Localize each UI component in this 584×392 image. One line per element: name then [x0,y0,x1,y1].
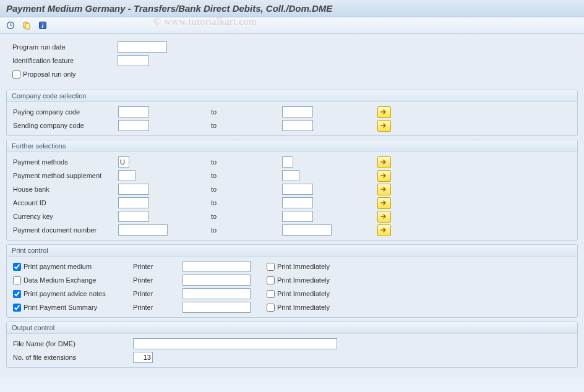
printer-input-3[interactable] [182,302,251,313]
multi-select-icon[interactable] [377,197,391,209]
payment-method-supplement-label: Payment method supplement [9,172,118,179]
to-label: to [211,108,282,116]
multi-select-icon[interactable] [377,211,391,223]
sending-company-code-label: Sending company code [9,122,118,129]
multi-select-icon[interactable] [377,106,391,118]
group-further-selections-header: Further selections [7,140,577,152]
sending-company-code-from-input[interactable] [118,120,149,131]
proposal-run-checkbox[interactable] [12,70,20,79]
data-medium-exchange-checkbox[interactable] [13,276,21,284]
printer-label: Printer [133,263,182,270]
printer-label: Printer [133,290,182,297]
sending-company-code-to-input[interactable] [282,120,313,131]
print-immediately-label: Print Immediately [277,263,330,270]
program-run-date-label: Program run date [9,43,118,51]
to-label: to [211,199,282,207]
print-immediately-checkbox-1[interactable] [267,276,275,284]
print-immediately-label: Print Immediately [277,276,330,284]
to-label: to [211,122,282,129]
print-payment-summary-label: Print Payment Summary [24,304,97,311]
house-bank-label: House bank [9,185,118,193]
to-label: to [211,226,282,234]
svg-rect-4 [25,23,30,29]
print-payment-advice-label: Print payment advice notes [24,290,106,297]
payment-methods-label: Payment methods [9,158,118,166]
printer-input-2[interactable] [182,288,251,299]
group-further-selections: Further selections Payment methods to Pa… [6,140,578,241]
print-payment-summary-checkbox[interactable] [13,304,21,312]
currency-key-label: Currency key [9,213,118,220]
to-label: to [211,158,282,166]
multi-select-icon[interactable] [377,170,391,182]
house-bank-from-input[interactable] [118,184,149,195]
payment-method-supplement-to-input[interactable] [282,170,299,181]
to-label: to [211,213,282,220]
account-id-from-input[interactable] [118,197,149,208]
content-area: Program run date Identification feature … [0,34,584,378]
app-toolbar: i [0,17,584,34]
file-extensions-input[interactable] [133,352,153,363]
printer-input-0[interactable] [182,261,251,272]
file-extensions-label: No. of file extensions [9,354,127,361]
printer-label: Printer [133,276,182,284]
file-name-input[interactable] [133,338,337,349]
to-label: to [211,172,282,179]
print-immediately-label: Print Immediately [277,304,330,311]
print-immediately-checkbox-2[interactable] [267,290,275,298]
payment-document-number-from-input[interactable] [118,224,168,236]
top-fields: Program run date Identification feature … [5,38,579,86]
multi-select-icon[interactable] [377,224,391,236]
multi-select-icon[interactable] [377,184,391,195]
group-print-control-header: Print control [7,245,577,257]
print-payment-advice-checkbox[interactable] [13,290,21,298]
page-title: Payment Medium Germany - Transfers/Bank … [0,0,584,17]
print-immediately-checkbox-3[interactable] [267,304,275,312]
print-immediately-checkbox-0[interactable] [267,263,275,271]
paying-company-code-label: Paying company code [9,108,118,116]
house-bank-to-input[interactable] [282,184,313,195]
execute-icon[interactable] [4,19,17,32]
multi-select-icon[interactable] [377,156,391,168]
identification-feature-label: Identification feature [9,57,118,64]
to-label: to [211,185,282,193]
data-medium-exchange-label: Data Medium Exchange [24,276,96,284]
group-company-code: Company code selection Paying company co… [6,90,578,136]
multi-select-icon[interactable] [377,120,391,132]
payment-document-number-label: Payment document number [9,226,118,234]
svg-text:i: i [42,22,44,29]
group-output-control-header: Output control [7,322,577,334]
print-payment-medium-checkbox[interactable] [13,263,21,271]
account-id-to-input[interactable] [282,197,313,208]
currency-key-to-input[interactable] [282,211,313,222]
info-icon[interactable]: i [36,19,49,32]
group-company-code-header: Company code selection [7,90,577,102]
payment-document-number-to-input[interactable] [282,224,332,236]
paying-company-code-from-input[interactable] [118,106,149,117]
group-output-control: Output control File Name (for DME) No. o… [6,322,578,368]
currency-key-from-input[interactable] [118,211,149,222]
identification-feature-input[interactable] [118,55,148,66]
payment-method-supplement-from-input[interactable] [118,170,135,181]
variant-icon[interactable] [20,19,33,32]
payment-methods-from-input[interactable] [118,156,129,168]
file-name-label: File Name (for DME) [9,340,127,347]
printer-input-1[interactable] [182,275,251,286]
program-run-date-input[interactable] [118,41,167,53]
print-payment-medium-label: Print payment medium [24,263,92,270]
account-id-label: Account ID [9,199,118,207]
printer-label: Printer [133,304,182,311]
paying-company-code-to-input[interactable] [282,106,313,117]
proposal-run-label: Proposal run only [23,70,76,78]
payment-methods-to-input[interactable] [282,156,293,168]
group-print-control: Print control Print payment medium Print… [6,244,578,318]
print-immediately-label: Print Immediately [277,290,330,297]
